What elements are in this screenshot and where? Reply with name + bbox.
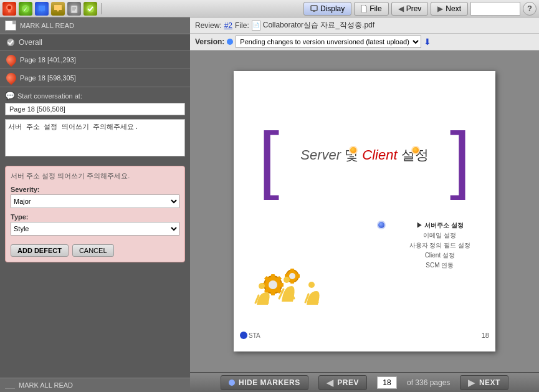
doc-area: [ ] Server 및 Client 설정 ▶ 서버주소 설정 이메일 설정	[190, 50, 539, 372]
content-item-4: SCM 연동	[409, 261, 470, 270]
comment-item-0[interactable]: Page 18 [401,293]	[0, 51, 190, 69]
svg-rect-27	[290, 280, 294, 284]
version-select[interactable]: Pending changes to version unversioned (…	[236, 36, 421, 48]
nav-buttons: Display File ◀ Prev ▶ Next ?	[303, 2, 537, 16]
hide-markers-button[interactable]: HIDE MARKERS	[221, 375, 308, 390]
comment-textarea[interactable]: 서버 주소 설정 띄어쓰기 주의해주세요.	[5, 119, 185, 156]
location-input[interactable]	[5, 103, 185, 115]
svg-rect-19	[279, 283, 284, 287]
mark-all-read-bottom[interactable]: MARK ALL READ	[0, 378, 190, 392]
display-button[interactable]: Display	[303, 2, 351, 16]
toolbar-icon-red[interactable]	[2, 2, 16, 16]
comment-item-1[interactable]: Page 18 [598,305]	[0, 69, 190, 87]
sta-logo: STA	[240, 332, 260, 339]
comment-location-0: Page 18 [401,293]	[20, 56, 76, 64]
next-arrow-icon: ▶	[437, 4, 443, 13]
red-marker-1	[4, 71, 19, 85]
file-label: File	[370, 4, 381, 13]
page-title: Server 및 Client 설정	[300, 146, 428, 165]
version-dot-icon	[227, 39, 233, 45]
bracket-left: [	[259, 121, 279, 196]
next-label: Next	[446, 4, 461, 13]
download-icon[interactable]: ⬇	[424, 37, 431, 47]
bottom-toolbar: HIDE MARKERS ◀ PREV of 336 pages ▶ NEXT	[190, 372, 539, 392]
display-label: Display	[320, 4, 345, 13]
svg-point-36	[308, 282, 315, 288]
markers-dot-icon	[229, 380, 235, 386]
marker-orange-2[interactable]	[411, 146, 420, 155]
file-doc-icon: 📄	[252, 21, 260, 31]
toolbar-icon-gray[interactable]	[67, 2, 81, 16]
next-button[interactable]: ▶ Next	[431, 2, 468, 16]
mark-all-read-top-label: MARK ALL READ	[20, 22, 74, 29]
type-label: Type:	[11, 213, 179, 221]
next-page-button[interactable]: ▶ NEXT	[460, 375, 508, 390]
doc-page: [ ] Server 및 Client 설정 ▶ 서버주소 설정 이메일 설정	[234, 71, 495, 351]
conversation-header: 💬 Start conversation at:	[5, 91, 185, 100]
svg-rect-1	[8, 10, 11, 12]
file-button[interactable]: File	[354, 2, 388, 16]
prev-button[interactable]: ◀ Prev	[391, 2, 429, 16]
add-defect-button[interactable]: ADD DEFECT	[11, 244, 69, 257]
svg-point-13	[7, 39, 14, 46]
svg-point-25	[289, 273, 295, 279]
severity-select[interactable]: Major Minor Critical	[11, 194, 179, 208]
toolbar-icon-blue[interactable]	[35, 2, 49, 16]
svg-point-2	[7, 6, 11, 9]
type-select[interactable]: Style Grammar Spelling Content	[11, 222, 179, 236]
version-label: Version:	[195, 37, 224, 46]
toolbar-icon-chat[interactable]	[51, 2, 65, 16]
next-page-label: NEXT	[479, 378, 500, 387]
red-marker-0	[4, 53, 19, 67]
overall-label: Overall	[19, 38, 42, 47]
prev-page-button[interactable]: ◀ PREV	[318, 375, 367, 390]
prev-label: Prev	[406, 4, 422, 13]
toolbar-icon-check[interactable]	[83, 2, 97, 16]
svg-rect-17	[271, 290, 275, 295]
sta-text: STA	[249, 332, 260, 339]
toolbar-icon-green[interactable]: ✓	[19, 2, 32, 16]
prev-page-label: PREV	[337, 378, 359, 387]
comment-location-1: Page 18 [598,305]	[20, 74, 76, 82]
svg-rect-26	[290, 269, 294, 272]
next-arrow-icon: ▶	[468, 378, 475, 388]
version-bar: Version: Pending changes to version unve…	[190, 34, 539, 50]
svg-rect-5	[71, 6, 77, 13]
file-icon	[361, 5, 367, 12]
help-button[interactable]: ?	[523, 2, 537, 16]
review-label: Review:	[195, 21, 222, 30]
conversation-header-label: Start conversation at:	[17, 92, 82, 100]
severity-label: Severity:	[11, 186, 179, 193]
hide-markers-label: HIDE MARKERS	[239, 378, 300, 387]
current-page-input[interactable]	[377, 376, 397, 389]
form-buttons: ADD DEFECT CANCEL	[11, 244, 179, 257]
form-note-text: 서버 주소 설정 띄어쓰기 주의해주세요.	[11, 171, 179, 181]
total-pages-info: of 336 pages	[407, 378, 450, 387]
bracket-right: ]	[450, 121, 470, 196]
content-item-3: Client 설정	[409, 251, 470, 261]
overall-item[interactable]: Overall	[0, 34, 190, 51]
left-panel: MARK ALL READ Overall Page 18 [401,293] …	[0, 17, 190, 392]
page-number: 18	[482, 332, 489, 339]
file-label: File:	[235, 21, 249, 30]
marker-orange-1[interactable]	[349, 146, 358, 155]
svg-text:✓: ✓	[23, 6, 28, 12]
title-server: Server	[300, 147, 341, 163]
mark-all-read-top[interactable]: MARK ALL READ	[0, 17, 190, 34]
content-list: ▶ 서버주소 설정 이메일 설정 사용자 정의 필드 설정 Client 설정 …	[409, 221, 470, 270]
prev-arrow-icon: ◀	[327, 378, 334, 388]
review-number[interactable]: #2	[224, 21, 232, 30]
search-input[interactable]	[470, 2, 520, 16]
svg-point-15	[269, 280, 277, 289]
prev-arrow-icon: ◀	[398, 4, 404, 13]
overall-icon	[6, 38, 15, 47]
content-item-1: 이메일 설정	[409, 231, 470, 241]
chat-bubble-icon: 💬	[5, 91, 15, 100]
mark-all-read-bottom-label: MARK ALL READ	[19, 381, 73, 389]
marker-blue-1[interactable]	[377, 221, 386, 229]
defect-form: 서버 주소 설정 띄어쓰기 주의해주세요. Severity: Major Mi…	[5, 166, 185, 262]
svg-point-33	[284, 277, 290, 283]
toolbar-separator	[101, 3, 102, 14]
people-illustration	[252, 264, 333, 314]
cancel-button[interactable]: CANCEL	[72, 244, 114, 257]
